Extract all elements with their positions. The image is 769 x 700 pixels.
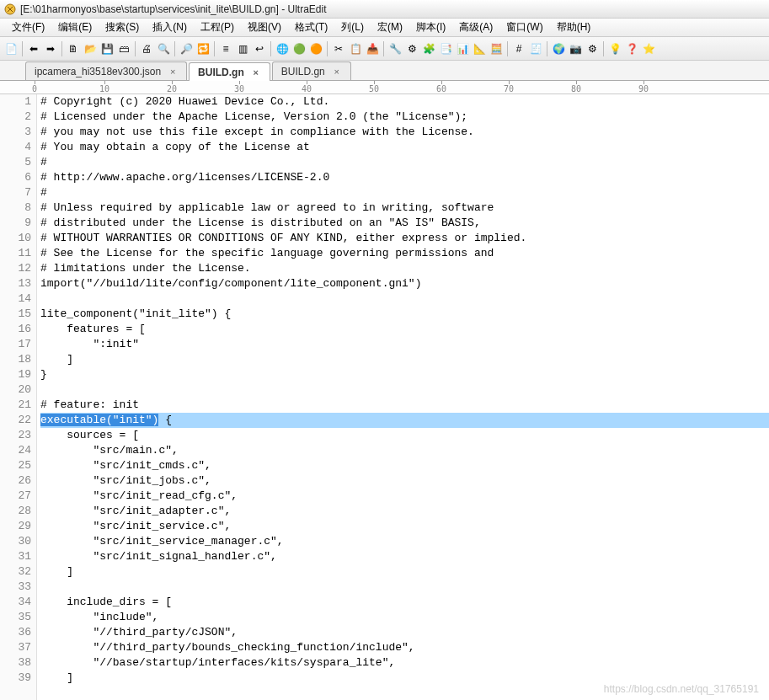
code-line[interactable]: "src/init_adapter.c", [40, 504, 769, 519]
file-tab[interactable]: BUILD.gn× [272, 61, 351, 80]
code-line[interactable]: "//third_party/cJSON", [40, 625, 769, 640]
open-icon[interactable]: 📂 [83, 41, 98, 56]
wrap-icon[interactable]: ↩ [252, 41, 267, 56]
menu-item[interactable]: 窗口(W) [499, 19, 549, 36]
tool3-icon[interactable]: 🧩 [421, 41, 436, 56]
code-line[interactable]: # feature: init [40, 398, 769, 413]
code-line[interactable]: # You may obtain a copy of the License a… [40, 140, 769, 155]
code-line[interactable]: # distributed under the License is distr… [40, 216, 769, 231]
code-line[interactable]: # WITHOUT WARRANTIES OR CONDITIONS OF AN… [40, 231, 769, 246]
cut-icon[interactable]: ✂ [331, 41, 346, 56]
paste-icon[interactable]: 📥 [365, 41, 380, 56]
web-icon[interactable]: 🌍 [551, 41, 566, 56]
toolbar-separator [383, 41, 384, 56]
menu-item[interactable]: 搜索(S) [99, 19, 146, 36]
code-line[interactable]: import("//build/lite/config/component/li… [40, 276, 769, 291]
doc-icon[interactable]: 🗎 [66, 41, 81, 56]
code-line[interactable]: # limitations under the License. [40, 261, 769, 276]
code-line[interactable]: } [40, 367, 769, 382]
code-line[interactable]: # Copyright (c) 2020 Huawei Device Co., … [40, 94, 769, 110]
tool7-icon[interactable]: 🧮 [489, 41, 504, 56]
menu-item[interactable]: 帮助(H) [550, 19, 598, 36]
toolbar-separator [174, 41, 175, 56]
code-line[interactable]: ] [40, 352, 769, 367]
code-line[interactable]: sources = [ [40, 428, 769, 443]
calc-icon[interactable]: 🧾 [528, 41, 543, 56]
camera-icon[interactable]: 📷 [568, 41, 583, 56]
help-icon[interactable]: ❓ [624, 41, 639, 56]
find-replace-icon[interactable]: 🔁 [195, 41, 211, 56]
code-line[interactable]: include_dirs = [ [40, 595, 769, 610]
browser-blue-icon[interactable]: 🌐 [275, 41, 290, 56]
code-line[interactable]: "src/init_service_manager.c", [40, 534, 769, 549]
print-preview-icon[interactable]: 🔍 [156, 41, 171, 56]
save-all-icon[interactable]: 🗃 [116, 41, 131, 56]
code-line[interactable]: # [40, 155, 769, 170]
code-line[interactable] [40, 382, 769, 398]
tool4-icon[interactable]: 📑 [438, 41, 453, 56]
close-icon[interactable]: × [251, 67, 261, 77]
tool2-icon[interactable]: ⚙ [404, 41, 419, 56]
code-line[interactable]: "src/init_jobs.c", [40, 473, 769, 489]
tool6-icon[interactable]: 📐 [472, 41, 487, 56]
bulb-icon[interactable]: 💡 [607, 41, 622, 56]
back-icon[interactable]: ⬅ [26, 41, 41, 56]
code-line[interactable]: "src/main.c", [40, 443, 769, 458]
file-tab[interactable]: ipcamera_hi3518ev300.json× [25, 61, 187, 80]
code-line[interactable]: # you may not use this file except in co… [40, 125, 769, 140]
code-line[interactable]: lite_component("init_lite") { [40, 307, 769, 322]
col-edit-icon[interactable]: ▥ [235, 41, 250, 56]
tool5-icon[interactable]: 📊 [455, 41, 470, 56]
code-line[interactable]: # [40, 185, 769, 200]
close-icon[interactable]: × [168, 67, 178, 77]
menu-item[interactable]: 插入(N) [146, 19, 194, 36]
code-line[interactable]: ] [40, 564, 769, 580]
hex-icon[interactable]: # [511, 41, 526, 56]
close-icon[interactable]: × [332, 67, 342, 77]
code-line[interactable]: # http://www.apache.org/licenses/LICENSE… [40, 170, 769, 185]
menu-item[interactable]: 脚本(I) [409, 19, 452, 36]
code-line[interactable]: "src/init_cmds.c", [40, 458, 769, 473]
file-tab[interactable]: BUILD.gn× [189, 62, 270, 81]
line-number: 12 [0, 261, 31, 276]
menu-item[interactable]: 视图(V) [241, 19, 288, 36]
code-line[interactable]: ":init" [40, 337, 769, 352]
menu-item[interactable]: 格式(T) [288, 19, 334, 36]
code-line[interactable]: "src/init_service.c", [40, 519, 769, 534]
new-file-icon[interactable]: 📄 [3, 41, 19, 56]
code-line[interactable] [40, 291, 769, 307]
settings-icon[interactable]: ⚙ [585, 41, 600, 56]
menu-item[interactable]: 编辑(E) [51, 19, 99, 36]
print-icon[interactable]: 🖨 [139, 41, 154, 56]
code-line[interactable]: "src/init_read_cfg.c", [40, 489, 769, 504]
code-line[interactable]: features = [ [40, 322, 769, 337]
code-line[interactable]: "//base/startup/interfaces/kits/syspara_… [40, 655, 769, 671]
star-icon[interactable]: ⭐ [641, 41, 656, 56]
code-line[interactable]: "src/init_signal_handler.c", [40, 549, 769, 564]
browser-green-icon[interactable]: 🟢 [291, 41, 307, 56]
editor[interactable]: 1234567891011121314151617181920212223242… [0, 94, 769, 700]
code-area[interactable]: # Copyright (c) 2020 Huawei Device Co., … [37, 94, 769, 700]
menu-item[interactable]: 高级(A) [452, 19, 499, 36]
code-line[interactable]: "//third_party/bounds_checking_function/… [40, 640, 769, 655]
find-icon[interactable]: 🔎 [179, 41, 194, 56]
copy-icon[interactable]: 📋 [348, 41, 363, 56]
code-line[interactable]: # See the License for the specific langu… [40, 246, 769, 261]
code-line[interactable]: "include", [40, 610, 769, 625]
forward-icon[interactable]: ➡ [43, 41, 58, 56]
code-line[interactable]: ] [40, 671, 769, 686]
code-line[interactable]: executable("init") { [40, 413, 769, 428]
menu-item[interactable]: 宏(M) [371, 19, 409, 36]
save-icon[interactable]: 💾 [99, 41, 115, 56]
code-line[interactable]: # Unless required by applicable law or a… [40, 200, 769, 216]
line-number: 5 [0, 155, 31, 170]
tool1-icon[interactable]: 🔧 [387, 41, 403, 56]
list-icon[interactable]: ≡ [218, 41, 233, 56]
line-number: 6 [0, 170, 31, 185]
menu-item[interactable]: 文件(F) [5, 19, 51, 36]
menu-item[interactable]: 列(L) [334, 19, 371, 36]
browser-orange-icon[interactable]: 🟠 [308, 41, 323, 56]
code-line[interactable]: # Licensed under the Apache License, Ver… [40, 110, 769, 125]
menu-item[interactable]: 工程(P) [194, 19, 241, 36]
code-line[interactable] [40, 580, 769, 595]
